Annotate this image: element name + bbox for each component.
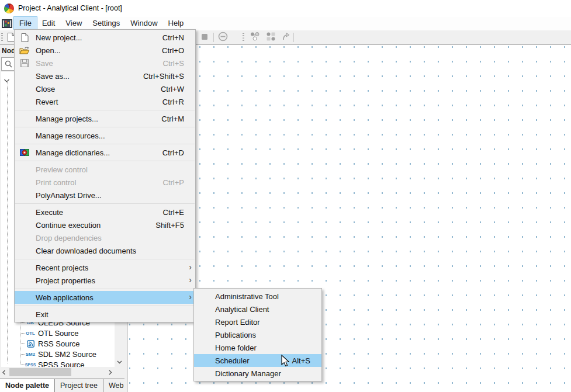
menu-item-shortcut: Ctrl+P [163,178,184,187]
file-menu-item-print-control[interactable]: Print controlCtrl+P [15,176,195,189]
menu-item-label: Recent projects [36,263,88,272]
menubar-item-file[interactable]: File [14,17,37,29]
menu-item-label: Publications [215,331,256,339]
file-menu-item-revert[interactable]: RevertCtrl+R [15,95,195,108]
menu-item-shortcut: Ctrl+D [162,148,184,157]
tab-node-palette[interactable]: Node palette [0,379,55,392]
file-menu-item-web-applications[interactable]: Web applications› [15,291,195,304]
menu-item-label: Project properties [36,276,95,285]
root-document-icon [2,19,12,30]
menu-item-label: Analytical Client [215,305,269,314]
menu-item-label: Save as... [36,72,70,81]
file-menu-item-continue-execution[interactable]: Continue executionShift+F5 [15,218,195,231]
file-menu-item-polyanalyst-drive[interactable]: PolyAnalyst Drive... [15,189,195,202]
tree-item-otl-source[interactable]: OTLOTL Source [1,328,115,338]
menu-item-label: New project... [36,33,82,42]
menu-item-label: Home folder [215,344,257,352]
file-menu-popup: New project...Ctrl+NOpen...Ctrl+OSaveCtr… [14,29,196,322]
menubar-item-help[interactable]: Help [163,17,189,29]
dictionaries-icon [18,148,32,157]
menu-item-label: Report Editor [215,318,260,327]
menubar-item-edit[interactable]: Edit [37,17,60,29]
scroll-left-icon[interactable] [0,367,8,377]
mouse-cursor [281,355,289,367]
sm2-icon: SM2 [25,352,36,357]
file-menu-item-exit[interactable]: Exit [15,308,195,321]
file-menu-item-manage-resources[interactable]: Manage resources... [15,129,195,142]
submenu-item-publications[interactable]: Publications [194,328,321,341]
file-menu-item-save[interactable]: SaveCtrl+S [15,57,195,70]
tab-web-rep[interactable]: Web rep [103,379,124,392]
jump-to-node-button[interactable] [278,31,293,44]
menu-separator [15,161,195,161]
submenu-arrow-icon: › [189,275,192,285]
suspend-button[interactable] [215,31,230,44]
file-menu-item-manage-projects[interactable]: Manage projects...Ctrl+M [15,112,195,125]
layout-nodes-button[interactable] [247,31,262,44]
stop-icon [201,32,208,43]
file-menu-item-recent-projects[interactable]: Recent projects› [15,261,195,274]
menu-item-label: Execute [36,208,63,217]
menu-item-label: Administrative Tool [215,292,279,301]
grid-nodes-icon [266,32,275,43]
submenu-item-home-folder[interactable]: Home folder [194,341,321,354]
tree-guide-stub [20,344,25,344]
window-title: Project - Analytical Client - [root] [18,4,122,12]
submenu-arrow-icon: › [189,262,192,272]
file-menu-item-new-project[interactable]: New project...Ctrl+N [15,31,195,44]
new-document-icon [18,33,32,42]
menubar-item-window[interactable]: Window [125,17,162,29]
file-menu-item-close[interactable]: CloseCtrl+W [15,82,195,95]
menu-separator [15,259,195,259]
file-menu-item-open[interactable]: Open...Ctrl+O [15,44,195,57]
scroll-down-icon[interactable] [115,358,124,367]
tree-item-sdl-sm2-source[interactable]: SM2SDL SM2 Source [1,349,115,359]
menu-item-label: Scheduler [215,356,250,365]
tree-item-spss-source[interactable]: SPSSSPSS Source [1,359,115,367]
curved-arrow-icon [281,32,290,43]
menu-item-label: Revert [36,98,58,106]
menu-item-shortcut: Alt+S [292,356,310,365]
stop-button[interactable] [197,31,212,44]
menu-item-label: Save [36,59,53,68]
menubar-item-view[interactable]: View [60,17,87,29]
file-menu-item-execute[interactable]: ExecuteCtrl+E [15,206,195,218]
menu-item-label: Dictionary Manager [215,369,281,378]
scroll-right-icon[interactable] [106,367,115,377]
polyanalyst-logo-icon [4,4,14,13]
tree-horizontal-scrollbar[interactable] [0,367,115,377]
menu-item-label: Close [36,85,55,93]
menu-bar: FileEditViewSettingsWindowHelp [0,17,571,30]
arrange-nodes-button[interactable] [263,31,278,44]
title-bar: Project - Analytical Client - [root] [0,0,571,17]
search-icon [5,60,12,68]
scrollbar-thumb[interactable] [9,368,71,376]
tree-guide-stub [20,333,25,334]
file-menu-item-clear-downloaded-documents[interactable]: Clear downloaded documents [15,244,195,257]
menu-item-label: Manage projects... [36,115,98,123]
menu-separator [15,144,195,144]
menu-item-label: Exit [36,310,49,319]
menubar-item-settings[interactable]: Settings [87,17,125,29]
menu-item-label: Print control [36,178,76,187]
submenu-item-administrative-tool[interactable]: Administrative Tool [194,290,321,303]
submenu-item-dictionary-manager[interactable]: Dictionary Manager [194,367,321,380]
toolbar-drag-handle[interactable] [243,33,244,42]
file-menu-item-preview-control[interactable]: Preview control [15,163,195,176]
menu-item-label: Open... [36,46,61,55]
toolbar-drag-handle[interactable] [1,33,3,42]
menu-item-shortcut: Ctrl+Shift+S [143,72,184,81]
tree-item-label: RSS Source [38,339,80,348]
menu-item-label: Preview control [36,165,88,174]
file-menu-item-drop-dependencies[interactable]: Drop dependencies [15,231,195,244]
submenu-item-report-editor[interactable]: Report Editor [194,315,321,328]
file-menu-item-project-properties[interactable]: Project properties› [15,274,195,287]
submenu-item-analytical-client[interactable]: Analytical Client [194,303,321,315]
tree-item-rss-source[interactable]: RSS Source [1,338,115,349]
file-menu-item-manage-dictionaries[interactable]: Manage dictionaries...Ctrl+D [15,146,195,159]
menu-item-label: Drop dependencies [36,234,102,242]
file-menu-item-save-as[interactable]: Save as...Ctrl+Shift+S [15,70,195,82]
tab-project-tree[interactable]: Project tree [55,379,103,392]
sidebar-tabs: Node paletteProject treeWeb rep [0,379,124,392]
submenu-item-scheduler[interactable]: SchedulerAlt+S [194,354,321,367]
